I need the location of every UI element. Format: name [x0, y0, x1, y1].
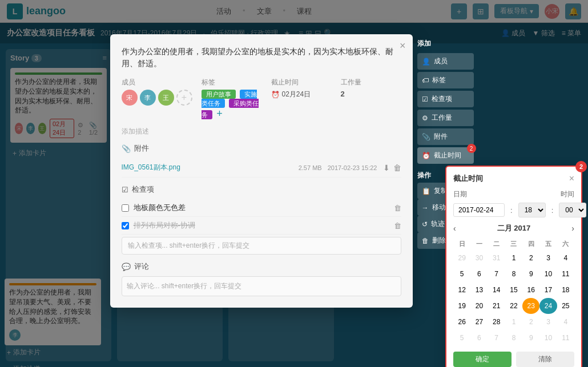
move-icon: → — [422, 204, 429, 212]
cal-day[interactable]: 27 — [470, 314, 488, 330]
cal-day[interactable]: 28 — [488, 314, 505, 330]
add-description-link[interactable]: 添加描述 — [122, 127, 401, 136]
add-attachment-panel-btn[interactable]: 📎 附件 — [417, 128, 474, 145]
colon-sep: : — [551, 206, 554, 215]
cal-day[interactable]: 11 — [557, 266, 574, 282]
add-tag-label: 标签 — [432, 75, 446, 85]
date-picker-title-text: 截止时间 — [453, 174, 483, 184]
attachment-row-1: IMG_0561副本.png 2.57 MB 2017-02-23 15:22 … — [122, 158, 401, 178]
delete-attachment-icon[interactable]: 🗑 — [393, 163, 401, 172]
cal-day[interactable]: 1 — [505, 250, 522, 266]
modal-meta-row: 成员 宋 李 王 + 标签 用户故事 实施类任务 采购类任务 + — [122, 78, 401, 120]
cal-day[interactable]: 7 — [488, 266, 505, 282]
cal-day[interactable]: 6 — [470, 330, 488, 346]
cal-day[interactable]: 31 — [488, 250, 505, 266]
cal-day[interactable]: 6 — [470, 266, 488, 282]
cal-day[interactable]: 3 — [539, 250, 557, 266]
add-checklist-panel-btn[interactable]: ☑ 检查项 — [417, 91, 474, 107]
cal-day[interactable]: 29 — [453, 250, 470, 266]
hour-select[interactable]: 18 — [518, 203, 546, 217]
cal-day[interactable]: 1 — [505, 314, 522, 330]
delete-checklist-icon-2[interactable]: 🗑 — [394, 221, 401, 230]
member-avatar-2[interactable]: 李 — [140, 90, 156, 106]
tags-label: 标签 — [202, 78, 262, 87]
add-member-label: 成员 — [434, 57, 448, 66]
member-avatar-3[interactable]: 王 — [158, 90, 174, 106]
cal-day[interactable]: 2 — [522, 314, 539, 330]
cal-day[interactable]: 13 — [470, 282, 488, 298]
calendar-grid: 日 一 二 三 四 五 六 29303112345678910111213141… — [453, 238, 574, 346]
add-tag-panel-btn[interactable]: 🏷 标签 — [417, 72, 474, 88]
cal-next-btn[interactable]: › — [571, 224, 574, 233]
attachment-name-1[interactable]: IMG_0561副本.png — [122, 163, 299, 172]
delete-checklist-icon-1[interactable]: 🗑 — [394, 204, 401, 212]
cal-prev-btn[interactable]: ‹ — [453, 224, 456, 233]
cal-day[interactable]: 25 — [557, 298, 574, 314]
cal-day[interactable]: 10 — [539, 330, 557, 346]
cal-day[interactable]: 9 — [522, 266, 539, 282]
cal-day[interactable]: 8 — [505, 330, 522, 346]
deadline-icon: ⏰ — [422, 152, 430, 160]
weekday-fri: 五 — [539, 238, 557, 250]
cal-day[interactable]: 16 — [522, 282, 539, 298]
check-icon: ☑ — [422, 95, 428, 103]
cal-day[interactable]: 4 — [557, 314, 574, 330]
cal-day[interactable]: 30 — [470, 250, 488, 266]
person-icon: 👤 — [422, 58, 430, 66]
add-workload-panel-btn[interactable]: ⚙ 工作量 — [417, 110, 474, 126]
workload-number: 2 — [341, 90, 345, 98]
cal-day[interactable]: 10 — [539, 266, 557, 282]
cal-day[interactable]: 11 — [557, 330, 574, 346]
cal-day[interactable]: 22 — [505, 298, 522, 314]
cal-day[interactable]: 21 — [488, 298, 505, 314]
weekday-mon: 一 — [470, 238, 488, 250]
date-picker-close-btn[interactable]: × — [569, 174, 574, 184]
workload-label: 工作量 — [341, 78, 401, 87]
weekday-tue: 二 — [488, 238, 505, 250]
cal-day[interactable]: 5 — [453, 330, 470, 346]
track-icon: ↺ — [422, 220, 428, 228]
cal-day[interactable]: 12 — [453, 282, 470, 298]
member-avatar-1[interactable]: 宋 — [122, 90, 138, 106]
cal-day[interactable]: 5 — [453, 266, 470, 282]
add-member-button[interactable]: + — [176, 90, 192, 106]
cal-day[interactable]: 17 — [539, 282, 557, 298]
checklist-add-input[interactable]: 输入检查项... shift+enter换行，回车提交 — [122, 237, 401, 255]
cal-day[interactable]: 26 — [453, 314, 470, 330]
cal-day[interactable]: 8 — [505, 266, 522, 282]
checklist-checkbox-1[interactable] — [122, 204, 129, 212]
confirm-btn[interactable]: 确定 — [453, 352, 512, 367]
checklist-section-title: ☑ 检查项 — [122, 184, 401, 195]
add-member-panel-btn[interactable]: 👤 成员 — [417, 53, 474, 70]
comment-section-title: 💬 评论 — [122, 261, 401, 272]
clear-btn[interactable]: 清除 — [516, 352, 574, 367]
cal-day[interactable]: 4 — [557, 250, 574, 266]
comment-input[interactable]: 输入评论... shift+enter换行，回车提交 — [122, 276, 401, 296]
cal-day[interactable]: 20 — [470, 298, 488, 314]
time-label: 时间 — [561, 189, 574, 199]
tag-user-story[interactable]: 用户故事 — [202, 90, 236, 99]
cal-day[interactable]: 18 — [557, 282, 574, 298]
add-tag-button[interactable]: + — [216, 108, 223, 119]
cal-month-year: 二月 2017 — [497, 223, 531, 233]
attachment-size-1: 2.57 MB — [299, 164, 322, 171]
cal-day[interactable]: 19 — [453, 298, 470, 314]
cal-day[interactable]: 9 — [522, 330, 539, 346]
cal-day[interactable]: 23 — [522, 298, 539, 314]
add-panel-title: 添加 — [417, 39, 474, 49]
modal-workload-field: 工作量 2 — [341, 78, 401, 98]
cal-day[interactable]: 24 — [539, 298, 557, 314]
cal-day[interactable]: 3 — [539, 314, 557, 330]
cal-day[interactable]: 7 — [488, 330, 505, 346]
cal-day[interactable]: 15 — [505, 282, 522, 298]
add-deadline-panel-btn[interactable]: ⏰ 截止时间 2 — [417, 147, 474, 164]
cal-day[interactable]: 2 — [522, 250, 539, 266]
date-input-field[interactable] — [453, 203, 505, 217]
cal-day[interactable]: 14 — [488, 282, 505, 298]
download-icon[interactable]: ⬇ — [383, 163, 390, 172]
checklist-checkbox-2[interactable] — [122, 222, 129, 229]
minute-select[interactable]: 00 — [559, 203, 586, 217]
modal-close-button[interactable]: × — [400, 40, 406, 52]
checklist-text-2: 排列布局对称-协调 — [134, 220, 389, 231]
add-deadline-label: 截止时间 — [434, 151, 461, 160]
